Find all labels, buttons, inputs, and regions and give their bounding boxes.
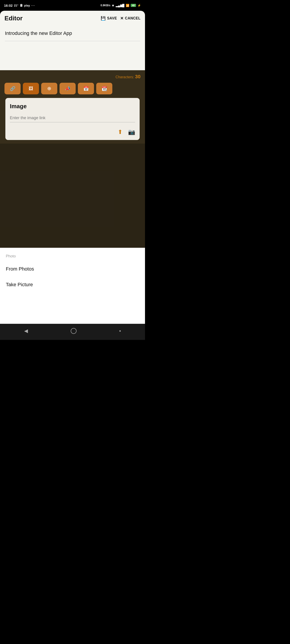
- cancel-button[interactable]: ✕ CANCEL: [120, 16, 141, 21]
- header-actions: 💾 SAVE ✕ CANCEL: [101, 16, 141, 21]
- battery-icon: 40: [131, 4, 136, 7]
- nav-square-button[interactable]: ▪: [114, 326, 126, 336]
- editor-content: Introducing the new Editor App: [0, 26, 145, 70]
- dots-icon: ···: [31, 4, 35, 7]
- take-picture-button[interactable]: Take Picture: [0, 277, 145, 292]
- calendar-small-icon: 📅: [83, 86, 89, 91]
- calendar-grid-tool-button[interactable]: 📆: [96, 83, 112, 94]
- tool-buttons: 🔗 🖼 ⊕ 📣 📅 📆: [5, 83, 141, 94]
- editor-overlay: Editor 💾 SAVE ✕ CANCEL Introducing the n…: [0, 11, 145, 248]
- wifi-icon: 📶: [126, 4, 129, 7]
- toolbar-area: Characters: 30 🔗 🖼 ⊕ 📣 📅 📆: [0, 70, 145, 144]
- image-actions: ⬆ 📷: [10, 128, 135, 136]
- nav-back-icon: ◀: [24, 328, 28, 334]
- nav-home-button[interactable]: [71, 328, 77, 334]
- image-panel: Image ⬆ 📷: [5, 98, 140, 140]
- calendar-grid-icon: 📆: [102, 86, 107, 91]
- from-photos-button[interactable]: From Photos: [0, 261, 145, 277]
- content-divider: [5, 41, 140, 41]
- image-link-input[interactable]: [10, 114, 135, 122]
- bottom-sheet-section-label: Photo: [0, 248, 145, 261]
- save-button[interactable]: 💾 SAVE: [101, 16, 117, 21]
- close-icon: ✕: [120, 16, 124, 21]
- upload-button[interactable]: ⬆: [118, 128, 123, 136]
- status-time: 16:02: [4, 4, 13, 8]
- char-count: Characters: 30: [5, 74, 141, 80]
- bottom-sheet: Photo From Photos Take Picture: [0, 248, 145, 324]
- signal-icon: ▂▄▆█: [116, 4, 124, 7]
- status-bar: 16:02 21° 🗑 play ··· 0.9KB/s ★ ▂▄▆█ 📶 40…: [0, 0, 145, 11]
- status-left: 16:02 21° 🗑 play ···: [4, 4, 35, 8]
- bluetooth-icon: ★: [112, 4, 114, 7]
- play-label: play: [24, 4, 30, 7]
- image-tool-button[interactable]: 🖼: [23, 83, 39, 94]
- charging-icon: ⚡: [137, 4, 141, 7]
- link-icon: 🔗: [10, 86, 16, 91]
- image-icon: 🖼: [29, 86, 33, 91]
- char-count-label: Characters:: [115, 75, 134, 79]
- megaphone-icon: 📣: [65, 86, 71, 91]
- location-icon: ⊕: [47, 86, 51, 92]
- link-tool-button[interactable]: 🔗: [5, 83, 21, 94]
- location-tool-button[interactable]: ⊕: [41, 83, 57, 94]
- network-speed: 0.9KB/s: [101, 4, 110, 7]
- cancel-label: CANCEL: [125, 16, 141, 20]
- nav-square-icon: ▪: [119, 328, 121, 334]
- camera-button[interactable]: 📷: [128, 128, 135, 136]
- app-title: Editor: [5, 15, 23, 22]
- save-icon: 💾: [101, 16, 106, 21]
- app-header: Editor 💾 SAVE ✕ CANCEL: [0, 11, 145, 26]
- camera-icon: 📷: [128, 128, 135, 135]
- trash-icon: 🗑: [20, 4, 23, 7]
- editor-text[interactable]: Introducing the new Editor App: [5, 30, 140, 37]
- char-count-value: 30: [135, 74, 141, 80]
- image-panel-title: Image: [10, 103, 135, 110]
- megaphone-tool-button[interactable]: 📣: [60, 83, 76, 94]
- calendar-small-tool-button[interactable]: 📅: [78, 83, 94, 94]
- upload-icon: ⬆: [118, 128, 123, 135]
- save-label: SAVE: [107, 16, 117, 20]
- nav-bar: ◀ ▪: [0, 324, 145, 340]
- status-right: 0.9KB/s ★ ▂▄▆█ 📶 40 ⚡: [101, 4, 141, 7]
- nav-back-button[interactable]: ◀: [19, 326, 33, 336]
- status-temp: 21°: [14, 4, 18, 7]
